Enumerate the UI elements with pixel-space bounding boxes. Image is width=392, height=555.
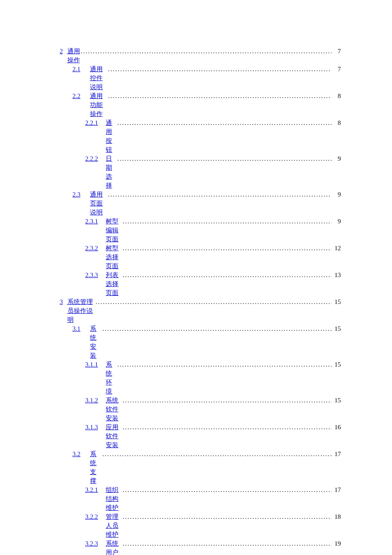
toc-number: 2.3.1 [85,218,98,225]
toc-number-link[interactable]: 3.2.1 [85,486,103,494]
toc-leader-dots [108,65,331,74]
toc-page-number: 17 [332,450,341,459]
toc-title: 列表选择页面 [106,272,118,296]
toc-number: 3.2.1 [85,486,98,493]
toc-number: 3.1.2 [85,397,98,404]
toc-number-link[interactable]: 3.2.2 [85,512,103,521]
toc-number-link[interactable]: 3.2.3 [85,539,103,548]
toc-entry: 2通用操作7 [60,47,341,65]
table-of-contents: 2通用操作72.1通用控件说明72.2通用功能操作82.2.1通用按钮82.2.… [60,47,341,555]
toc-title-link[interactable]: 通用操作 [67,47,81,65]
toc-title: 管理人员维护 [106,513,118,538]
toc-leader-dots [123,423,331,432]
toc-page-number: 16 [332,423,341,432]
toc-title-link[interactable]: 日期选择 [106,154,117,190]
toc-number-link[interactable]: 2.2.1 [85,119,103,127]
toc-number: 3 [60,298,63,305]
toc-number-link[interactable]: 3.1 [72,324,86,333]
toc-title: 组织结构维护 [106,486,118,511]
toc-entry: 3.2.2管理人员维护18 [85,512,341,539]
toc-number-link[interactable]: 3.1.2 [85,396,103,405]
toc-page-number: 15 [332,360,341,369]
toc-leader-dots [123,512,331,521]
toc-entry: 2.3.3列表选择页面13 [85,271,341,298]
toc-entry: 2.2.1通用按钮8 [85,119,341,154]
toc-title-link[interactable]: 系统支撑 [90,450,102,486]
toc-leader-dots [108,190,331,199]
toc-title-link[interactable]: 通用页面说明 [90,190,108,217]
toc-title: 系统支撑 [90,451,96,484]
toc-leader-dots [123,244,331,253]
toc-number: 3.2 [72,451,81,457]
toc-entry: 3.1系统安装15 [72,324,341,360]
toc-number-link[interactable]: 2.3.1 [85,217,103,226]
toc-title-link[interactable]: 列表选择页面 [106,271,123,298]
toc-title: 系统软件安装 [106,397,118,422]
toc-leader-dots [117,154,331,163]
toc-number-link[interactable]: 2.3.2 [85,244,103,253]
toc-page-number: 18 [332,512,341,521]
toc-page-number: 8 [332,92,341,101]
toc-number: 2.2 [72,92,81,99]
toc-number-link[interactable]: 2.3 [72,190,86,199]
toc-entry: 3.1.2系统软件安装15 [85,396,341,423]
toc-title-link[interactable]: 通用功能操作 [90,92,108,119]
toc-page-number: 7 [332,47,341,56]
toc-leader-dots [123,217,331,226]
toc-number-link[interactable]: 3.1.1 [85,360,103,369]
toc-entry: 2.3.1树型编辑页面9 [85,217,341,244]
toc-number-link[interactable]: 2.3.3 [85,271,103,280]
toc-leader-dots [123,396,331,405]
toc-title: 树型编辑页面 [106,218,118,243]
toc-entry: 3.2.1组织结构维护17 [85,486,341,512]
toc-title-link[interactable]: 通用控件说明 [90,65,108,92]
toc-title-link[interactable]: 系统环境 [106,360,117,396]
toc-page-number: 9 [332,217,341,226]
toc-entry: 2.2.2日期选择9 [85,154,341,190]
toc-leader-dots [123,271,331,280]
toc-number: 2.3.2 [85,245,98,251]
toc-number: 3.1.1 [85,361,98,368]
toc-title: 树型选择页面 [106,245,118,269]
toc-leader-dots [117,360,331,369]
toc-page-number: 17 [332,486,341,494]
toc-number: 2.2.1 [85,119,98,126]
toc-number-link[interactable]: 3.1.3 [85,423,103,432]
toc-number-link[interactable]: 3 [60,298,67,306]
toc-leader-dots [95,298,331,306]
toc-number: 3.2.3 [85,540,98,547]
toc-number-link[interactable]: 2.1 [72,65,86,74]
toc-number-link[interactable]: 3.2 [72,450,86,459]
toc-entry: 2.3.2树型选择页面12 [85,244,341,271]
toc-number-link[interactable]: 2 [60,47,67,56]
toc-number-link[interactable]: 2.2.2 [85,154,103,163]
toc-title-link[interactable]: 组织结构维护 [106,486,123,512]
toc-page-number: 8 [332,119,341,127]
toc-number: 2 [60,48,63,55]
toc-entry: 2.3通用页面说明9 [72,190,341,217]
toc-title-link[interactable]: 应用软件安装 [106,423,123,450]
toc-title-link[interactable]: 管理人员维护 [106,512,123,539]
toc-leader-dots [102,324,331,333]
toc-title-link[interactable]: 系统管理员操作说明 [67,298,96,324]
toc-title-link[interactable]: 树型选择页面 [106,244,123,271]
toc-title: 应用软件安装 [106,424,118,448]
toc-title-link[interactable]: 系统安装 [90,324,102,360]
toc-number: 3.2.2 [85,513,98,520]
toc-title: 系统安装 [90,325,96,359]
toc-entry: 3.1.1系统环境15 [85,360,341,396]
toc-title: 通用按钮 [106,119,112,153]
toc-title-link[interactable]: 系统用户管理 [106,539,123,555]
toc-title: 日期选择 [106,155,112,189]
toc-leader-dots [81,47,331,56]
toc-entry: 2.1通用控件说明7 [72,65,341,92]
toc-page-number: 19 [332,539,341,548]
toc-number-link[interactable]: 2.2 [72,92,86,101]
toc-page-number: 9 [332,190,341,199]
toc-entry: 3.1.3应用软件安装16 [85,423,341,450]
toc-entry: 3.2.3系统用户管理19 [85,539,341,555]
toc-title-link[interactable]: 通用按钮 [106,119,117,154]
toc-title-link[interactable]: 系统软件安装 [106,396,123,423]
toc-entry: 3.2系统支撑17 [72,450,341,486]
toc-title-link[interactable]: 树型编辑页面 [106,217,123,244]
